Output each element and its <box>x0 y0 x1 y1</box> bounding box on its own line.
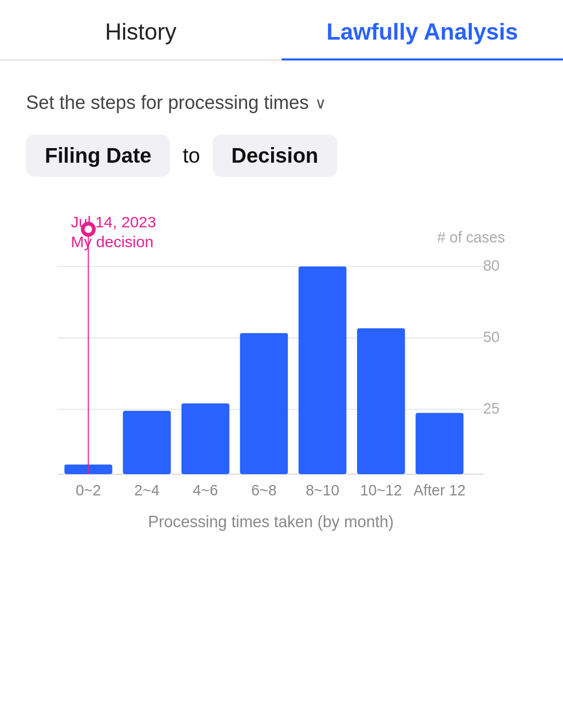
y-label-25: 25 <box>483 400 500 417</box>
tab-history[interactable]: History <box>0 0 282 59</box>
y-label-80: 80 <box>483 257 500 274</box>
x-axis-title: Processing times taken (by month) <box>148 513 394 531</box>
step-separator: to <box>178 144 204 167</box>
x-label-0-2: 0~2 <box>76 482 101 499</box>
x-label-after-12: After 12 <box>413 482 466 499</box>
x-label-2-4: 2~4 <box>134 482 160 499</box>
x-label-6-8: 6~8 <box>251 482 276 499</box>
bar-10-12 <box>357 328 405 474</box>
chart-wrapper: Jul 14, 2023 My decision # of cases 80 <box>26 213 537 577</box>
steps-selector-label: Set the steps for processing times <box>26 92 309 114</box>
step-to-badge[interactable]: Decision <box>213 135 337 177</box>
steps-selector[interactable]: Set the steps for processing times ∨ <box>26 92 537 114</box>
tab-lawfully[interactable]: Lawfully Analysis <box>282 0 563 59</box>
y-label-50: 50 <box>483 329 500 345</box>
bar-4-6 <box>181 403 229 474</box>
tabs-container: History Lawfully Analysis <box>0 0 563 60</box>
bar-chart: # of cases 80 50 25 <box>26 213 537 575</box>
chevron-down-icon: ∨ <box>315 94 326 112</box>
bar-6-8 <box>240 333 288 475</box>
x-label-10-12: 10~12 <box>360 482 402 499</box>
bar-8-10 <box>299 266 347 474</box>
bar-after-12 <box>415 413 463 474</box>
step-badges: Filing Date to Decision <box>26 135 537 177</box>
bar-2-4 <box>123 411 171 474</box>
x-label-4-6: 4~6 <box>193 482 218 499</box>
tab-active-underline <box>282 58 563 60</box>
step-from-badge[interactable]: Filing Date <box>26 135 170 177</box>
y-axis-title: # of cases <box>437 229 505 246</box>
chart-svg-container: # of cases 80 50 25 <box>26 213 537 577</box>
decision-dot-inner <box>84 225 92 233</box>
main-content: Set the steps for processing times ∨ Fil… <box>0 60 563 609</box>
x-label-8-10: 8~10 <box>305 482 339 499</box>
